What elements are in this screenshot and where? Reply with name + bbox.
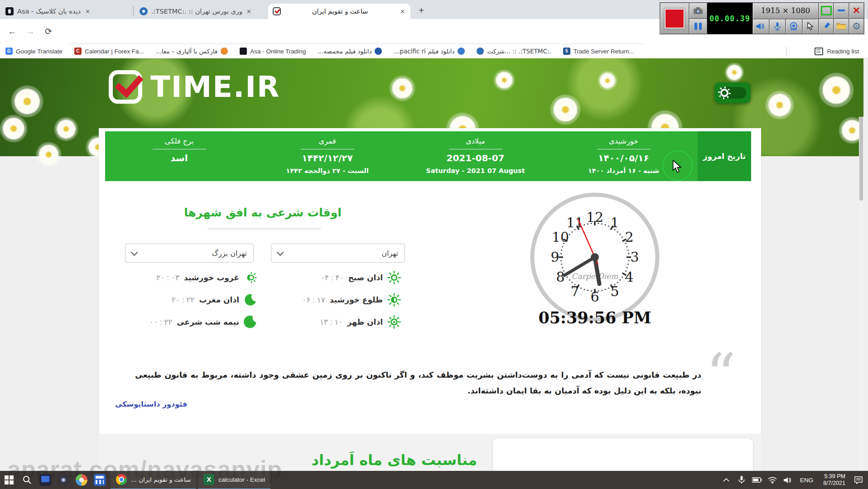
system-tray: ENG 5:39 PM 8/7/2021 [719,471,868,489]
asa-favicon-icon [5,7,14,15]
taskbar-window-chrome[interactable]: ساعت و تقویم ایران ... [111,470,196,489]
calculator-icon [94,474,106,486]
reload-button-icon[interactable]: ⟳ [42,25,55,38]
prayer-row-sunrise: ۰۶ : ۱۷ طلوع خورشید [302,293,401,307]
bookmark-google-translate[interactable]: G Google Translate [5,48,63,55]
date-banner: خورشیدی ۱۴۰۰/۰۵/۱۶ شنبه - ۱۶ اَمرداد ۱۴۰… [105,131,751,181]
crescent-icon [244,293,257,307]
cursor-capture-toggle[interactable] [802,19,819,34]
excel-icon: X [203,474,214,485]
svg-text:2: 2 [625,229,633,245]
city-select[interactable]: تهران [271,244,405,263]
bookmarks-bar: G Google Translate C Calendar | Forex Fa… [0,44,868,58]
svg-text:9: 9 [550,249,559,265]
prayer-row-maghrib: ۲۰ : ۲۲ اذان مغرب [172,293,257,307]
tray-expand-button[interactable] [719,471,733,489]
webcam-toggle[interactable] [786,19,802,34]
record-stop-button[interactable] [660,3,689,34]
annotate-button[interactable] [819,19,834,34]
action-center-button[interactable] [852,471,865,489]
scrollbar-thumb[interactable] [859,117,863,201]
folder-icon [837,23,846,30]
page-viewport: TIME.IR خورشیدی ۱۴۰۰/۰۵/۱۶ شنبه - ۱۶ اَم… [0,58,863,471]
reading-list-label: Reading list [827,48,859,55]
settings-button[interactable]: ⚙ [849,19,864,34]
pause-button[interactable] [689,19,707,34]
minimize-button[interactable] [834,3,849,19]
bookmark-film-makhmaseh[interactable]: دانلود فیلم مخمصه... [318,48,382,55]
bookmark-label: Trade Server Return... [574,48,634,55]
taskbar: ساعت و تقویم ایران ... X calculator - Ex… [0,471,868,489]
logo-text: TIME.IR [150,70,280,104]
district-select[interactable]: تهران بزرگ [125,244,254,263]
tray-battery[interactable] [750,471,764,489]
taskbar-app-player[interactable] [36,471,54,489]
bookmark-label: دانلود فیلم pacific ri... [394,48,454,55]
gear-icon: ⚙ [852,21,861,32]
content-card: خورشیدی ۱۴۰۰/۰۵/۱۶ شنبه - ۱۶ اَمرداد ۱۴۰… [99,128,761,434]
record-timer: 00.00.39 [707,3,752,34]
tab-divider [133,6,134,15]
taskbar-app-calculator[interactable] [91,471,109,489]
quote-author[interactable]: فئودور داستایوسکی [115,400,187,408]
today-date-label: تاریخ امروز [698,131,751,181]
new-tab-button[interactable]: + [415,5,428,17]
taskbar-app-recorder[interactable] [54,471,72,489]
asa-icon [240,48,247,55]
pause-icon [694,23,702,30]
close-button[interactable]: ✕ [849,3,864,19]
bookmark-film-pacific[interactable]: دانلود فیلم pacific ri... [394,48,465,55]
bookmark-calendar-forex[interactable]: C Calendar | Forex Fa... [74,48,144,55]
page-scrollbar[interactable] [859,117,863,471]
taskbar-app-paint[interactable] [72,471,91,489]
sunrise-icon [387,293,401,307]
bookmark-label: فارکس با آلپاری – معا... [156,48,217,55]
back-button-icon[interactable]: ← [5,25,19,38]
pencil-icon [822,22,830,30]
prayer-row-sunset: ۲۰ : ۰۳ غروب خورشید [156,271,257,284]
tray-date: 8/7/2021 [823,480,845,487]
window-title: ساعت و تقویم ایران ... [131,476,191,483]
close-icon: ✕ [853,6,860,15]
open-folder-button[interactable] [834,19,849,34]
bookmark-forex-alpari[interactable]: فارکس با آلپاری – معا... [156,48,228,55]
mic-toggle[interactable] [769,19,786,34]
svg-text:7: 7 [570,283,579,299]
screenshot-button[interactable] [689,3,707,19]
audio-toggle[interactable] [752,19,769,34]
bookmark-asa-trading[interactable]: Asa - Online Trading [240,48,306,55]
search-icon [22,475,32,485]
reading-list-icon [815,48,823,55]
search-button[interactable] [18,471,36,489]
date-col-gregorian: میلادی 2021-08-07 Saturday - 2021 07 Aug… [401,131,550,181]
tray-volume[interactable] [781,471,795,489]
tray-wifi[interactable] [766,471,779,489]
digital-clock: 05:39:56 PM [527,308,663,327]
site-logo[interactable]: TIME.IR [109,70,280,104]
server-icon: 5 [563,48,570,55]
tab-close-icon[interactable]: ✕ [399,8,406,15]
translate-icon: G [5,48,13,55]
theme-toggle[interactable] [714,82,751,103]
tsetmc-favicon-icon [140,7,148,15]
taskbar-window-excel[interactable]: X calculator - Excel [198,470,270,489]
timeir-logo-icon [109,70,142,104]
tab-close-icon[interactable]: ✕ [84,8,91,15]
language-indicator[interactable]: ENG [796,477,817,484]
region-select-button[interactable] [819,3,834,19]
microphone-icon [738,476,745,484]
tray-clock[interactable]: 5:39 PM 8/7/2021 [819,473,850,487]
tab-tsetmc[interactable]: .:TSETMC:. :: ت فناوری بورس تهران ✕ [135,4,267,19]
forward-button-icon[interactable]: → [24,25,37,38]
region-icon [821,6,832,15]
tab-close-icon[interactable]: ✕ [246,8,252,15]
start-button[interactable] [0,471,18,489]
tray-microphone[interactable] [735,471,748,489]
chevron-up-icon [723,478,729,482]
tab-timeir-active[interactable]: ساعت و تقویم ایران ✕ [268,4,410,19]
tab-title: .:TSETMC:. :: ت فناوری بورس تهران [151,8,242,15]
bookmark-trade-server[interactable]: 5 Trade Server Return... [563,48,634,55]
bookmark-tsetmc[interactable]: شرکت... :: .:TSETMC:. [477,48,551,55]
tab-asa[interactable]: دیده بان کلاسیک - Asa ✕ [1,4,132,19]
reading-list-button[interactable]: Reading list [815,44,859,58]
